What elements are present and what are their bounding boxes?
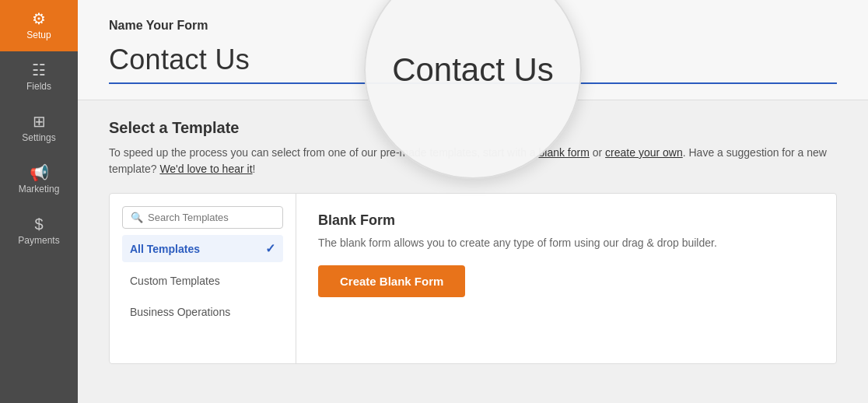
sidebar-item-label: Fields [26,81,51,92]
nav-item-label: Business Operations [130,306,230,318]
settings-icon: ⊞ [33,114,46,129]
sidebar-item-label: Payments [18,235,59,246]
search-icon: 🔍 [131,212,143,223]
magnified-form-name: Contact Us [392,51,554,89]
nav-item-label: All Templates [130,243,200,255]
sidebar-item-setup[interactable]: ⚙ Setup [0,0,78,51]
sidebar: ⚙ Setup ☷ Fields ⊞ Settings 📢 Marketing … [0,0,78,403]
nav-item-all-templates[interactable]: All Templates ✓ [122,235,283,262]
template-nav-panel: 🔍 All Templates ✓ Custom Templates Busin… [110,194,296,363]
gear-icon: ⚙ [32,11,46,26]
nav-item-custom-templates[interactable]: Custom Templates [122,268,283,293]
love-to-hear-link[interactable]: We'd love to hear it [159,163,252,175]
blank-form-title: Blank Form [318,212,814,229]
template-content-panel: Blank Form The blank form allows you to … [296,194,836,363]
sidebar-item-label: Marketing [19,184,60,194]
checkmark-icon: ✓ [265,241,275,256]
nav-item-label: Custom Templates [130,275,220,287]
marketing-icon: 📢 [30,165,49,180]
sidebar-item-payments[interactable]: $ Payments [0,205,78,257]
sidebar-item-fields[interactable]: ☷ Fields [0,51,78,103]
sidebar-item-label: Setup [26,30,51,40]
sidebar-item-settings[interactable]: ⊞ Settings [0,103,78,154]
desc-text-2: or [590,146,605,159]
search-input[interactable] [148,212,275,223]
sidebar-item-marketing[interactable]: 📢 Marketing [0,154,78,205]
fields-icon: ☷ [32,62,46,78]
create-blank-form-button[interactable]: Create Blank Form [318,265,465,297]
blank-form-description: The blank form allows you to create any … [318,235,814,251]
nav-item-business-operations[interactable]: Business Operations [122,300,283,324]
template-body: 🔍 All Templates ✓ Custom Templates Busin… [109,193,837,364]
create-own-link[interactable]: create your own [605,146,683,159]
desc-text-4: ! [253,163,256,175]
sidebar-item-label: Settings [22,132,55,143]
search-box: 🔍 [122,206,283,229]
main-content: Contact Us Name Your Form Select a Templ… [78,0,868,403]
payments-icon: $ [34,216,43,232]
